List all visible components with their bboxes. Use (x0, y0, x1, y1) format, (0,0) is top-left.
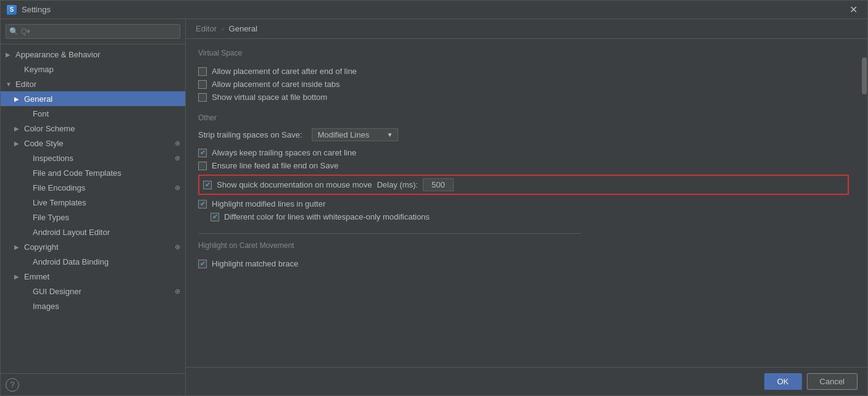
sidebar-item-label: Emmet (24, 272, 49, 281)
highlight-modified-row: ✔ Highlight modified lines in gutter (198, 197, 849, 210)
chevron-down-icon: ▼ (386, 131, 393, 138)
sidebar-item-label: File Encodings (33, 183, 85, 192)
help-button[interactable]: ? (6, 378, 19, 392)
copy-icon: ⊕ (175, 154, 180, 162)
main-panel: Editor › General Virtual Space Allow pla… (186, 19, 867, 395)
delay-input[interactable] (423, 178, 454, 191)
different-color-label: Different color for lines with whitespac… (224, 212, 430, 221)
sidebar-item-gui-designer[interactable]: GUI Designer ⊕ (1, 284, 185, 299)
sidebar-item-label: General (24, 94, 52, 104)
breadcrumb-current: General (229, 24, 257, 33)
copy-icon: ⊕ (175, 287, 180, 295)
highlight-brace-label: Highlight matched brace (212, 259, 298, 268)
other-group: ✔ Always keep trailing spaces on caret l… (198, 146, 849, 223)
keep-trailing-checkbox[interactable]: ✔ (198, 149, 207, 157)
sidebar-item-file-encodings[interactable]: File Encodings ⊕ (1, 180, 185, 195)
sidebar-item-images[interactable]: Images (1, 299, 185, 313)
ensure-line-feed-label: Ensure line feed at file end on Save (212, 161, 338, 170)
scrollbar-track[interactable] (861, 39, 867, 367)
sidebar-item-file-and-code-templates[interactable]: File and Code Templates (1, 165, 185, 180)
virtual-space-bottom-row: Show virtual space at file bottom (198, 91, 849, 104)
copy-icon: ⊕ (175, 184, 180, 192)
scrollbar-thumb[interactable] (862, 57, 867, 94)
quick-doc-checkbox[interactable]: ✔ (203, 181, 212, 189)
caret-after-end-row: Allow placement of caret after end of li… (198, 65, 849, 78)
settings-window: S Settings ✕ 🔍 ▶ Appearance & Behavior (0, 0, 868, 396)
keep-trailing-label: Always keep trailing spaces on caret lin… (212, 148, 356, 157)
highlight-caret-label: Highlight on Caret Movement (198, 241, 849, 250)
content-area: Virtual Space Allow placement of caret a… (186, 39, 861, 367)
sidebar-item-live-templates[interactable]: Live Templates (1, 195, 185, 210)
expand-arrow: ▶ (14, 244, 22, 250)
sidebar-item-inspections[interactable]: Inspections ⊕ (1, 151, 185, 165)
strip-dropdown[interactable]: Modified Lines ▼ (312, 128, 398, 141)
quick-doc-label: Show quick documentation on mouse move (217, 180, 372, 189)
bottom-bar: OK Cancel (186, 367, 867, 395)
title-bar: S Settings ✕ (1, 1, 867, 19)
sidebar-item-label: GUI Designer (33, 287, 81, 296)
sidebar-item-general[interactable]: ▶ General (1, 91, 185, 106)
sidebar-item-label: File Types (33, 213, 69, 222)
sidebar-item-label: Keymap (24, 65, 54, 74)
sidebar-item-font[interactable]: Font (1, 106, 185, 121)
sidebar-item-label: Code Style (24, 139, 64, 148)
sidebar-item-label: Color Scheme (24, 124, 75, 133)
sidebar-tree: ▶ Appearance & Behavior Keymap ▼ Editor … (1, 44, 185, 373)
highlight-brace-checkbox[interactable]: ✔ (198, 260, 207, 268)
sidebar-item-label: Font (33, 109, 49, 118)
caret-inside-tabs-label: Allow placement of caret inside tabs (212, 80, 340, 89)
sidebar-item-label: File and Code Templates (33, 168, 122, 178)
highlight-modified-label: Highlight modified lines in gutter (212, 199, 325, 208)
sidebar-item-label: Images (33, 302, 59, 311)
cancel-button[interactable]: Cancel (807, 373, 858, 390)
sidebar-item-android-data-binding[interactable]: Android Data Binding (1, 254, 185, 269)
different-color-row: ✔ Different color for lines with whitesp… (198, 210, 849, 223)
copy-icon: ⊕ (175, 243, 180, 251)
caret-inside-tabs-checkbox[interactable] (198, 80, 207, 89)
virtual-space-bottom-checkbox[interactable] (198, 93, 207, 102)
sidebar-item-label: Android Data Binding (33, 257, 109, 266)
sidebar-item-code-style[interactable]: ▶ Code Style ⊕ (1, 136, 185, 151)
sidebar-item-copyright[interactable]: ▶ Copyright ⊕ (1, 239, 185, 254)
breadcrumb-separator: › (222, 24, 224, 33)
sidebar-item-color-scheme[interactable]: ▶ Color Scheme (1, 121, 185, 136)
sidebar: 🔍 ▶ Appearance & Behavior Keymap ▼ Edito… (1, 19, 186, 395)
caret-after-end-label: Allow placement of caret after end of li… (212, 67, 357, 76)
title-bar-left: S Settings (7, 5, 51, 15)
keep-trailing-row: ✔ Always keep trailing spaces on caret l… (198, 146, 849, 159)
search-wrapper: 🔍 (6, 24, 180, 39)
sidebar-item-keymap[interactable]: Keymap (1, 62, 185, 76)
section-divider (198, 233, 581, 234)
sidebar-item-file-types[interactable]: File Types (1, 210, 185, 225)
copy-icon: ⊕ (175, 139, 180, 147)
caret-group: ✔ Highlight matched brace (198, 257, 849, 270)
ensure-line-feed-checkbox[interactable] (198, 162, 207, 170)
sidebar-item-label: Appearance & Behavior (15, 50, 100, 59)
virtual-space-group: Allow placement of caret after end of li… (198, 65, 849, 104)
caret-after-end-checkbox[interactable] (198, 67, 207, 76)
sidebar-item-emmet[interactable]: ▶ Emmet (1, 269, 185, 284)
different-color-checkbox[interactable]: ✔ (211, 213, 219, 221)
expand-arrow: ▶ (14, 273, 22, 280)
strip-label: Strip trailing spaces on Save: (198, 130, 302, 139)
search-input[interactable] (6, 24, 180, 39)
sidebar-bottom: ? (1, 373, 185, 395)
search-box: 🔍 (1, 19, 185, 44)
strip-dropdown-value: Modified Lines (317, 130, 369, 139)
sidebar-item-editor[interactable]: ▼ Editor (1, 76, 185, 91)
ensure-line-feed-row: Ensure line feed at file end on Save (198, 159, 849, 172)
expand-arrow: ▼ (6, 81, 13, 88)
expand-arrow: ▶ (6, 51, 13, 58)
expand-arrow: ▶ (14, 125, 22, 132)
sidebar-item-android-layout-editor[interactable]: Android Layout Editor (1, 225, 185, 239)
highlight-modified-checkbox[interactable]: ✔ (198, 200, 207, 208)
ok-button[interactable]: OK (764, 373, 802, 390)
sidebar-item-label: Inspections (33, 154, 73, 163)
delay-label: Delay (ms): (377, 180, 417, 189)
app-icon: S (7, 5, 17, 15)
main-content: 🔍 ▶ Appearance & Behavior Keymap ▼ Edito… (1, 19, 867, 395)
sidebar-item-appearance[interactable]: ▶ Appearance & Behavior (1, 47, 185, 62)
breadcrumb-parent: Editor (196, 24, 217, 33)
sidebar-item-label: Editor (15, 80, 36, 89)
close-button[interactable]: ✕ (846, 2, 861, 17)
